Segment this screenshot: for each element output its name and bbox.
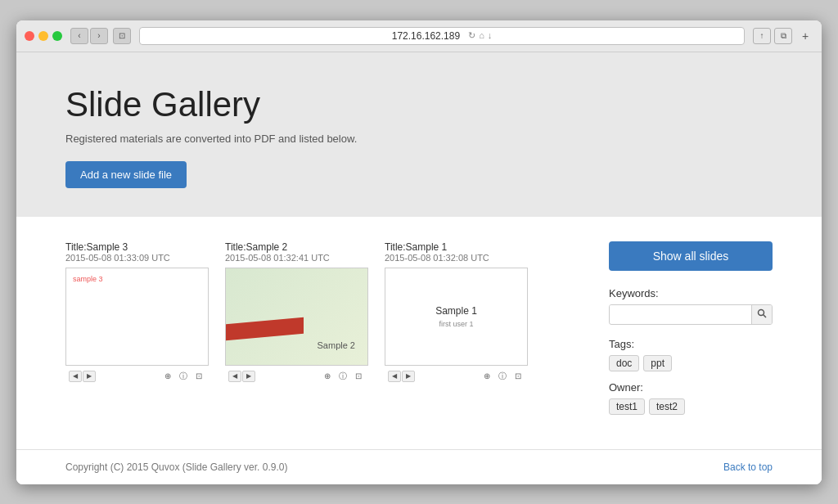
slide-prev-button[interactable]: ◀ <box>69 371 82 382</box>
slide-item: Title:Sample 2 2015-05-08 01:32:41 UTC S… <box>225 241 368 384</box>
slide-actions: ⊕ ⓘ ⊡ <box>321 371 365 382</box>
slide-title: Title:Sample 1 <box>385 241 528 253</box>
slide-decoration <box>226 317 304 340</box>
owner-section: Owner: test1 test2 <box>609 381 773 415</box>
slide-actions: ⊕ ⓘ ⊡ <box>480 371 525 382</box>
hero-section: Slide Gallery Registered materials are c… <box>16 52 822 217</box>
address-icons: ↻ ⌂ ↓ <box>468 30 492 41</box>
slide-controls: ◀ ▶ ⊕ ⓘ ⊡ <box>225 369 368 384</box>
zoom-in-icon[interactable]: ⊕ <box>161 371 174 382</box>
slide-title: Title:Sample 3 <box>65 241 209 253</box>
url-text: 172.16.162.189 <box>392 30 460 42</box>
keywords-section: Keywords: <box>609 287 773 325</box>
reload-icon[interactable]: ↻ <box>468 30 475 41</box>
info-icon[interactable]: ⓘ <box>336 371 349 382</box>
download-slide-icon[interactable]: ⊡ <box>192 371 205 382</box>
slide-next-button[interactable]: ▶ <box>83 371 96 382</box>
share-button[interactable]: ↑ <box>753 28 771 44</box>
page-title: Slide Gallery <box>65 85 773 124</box>
zoom-in-icon[interactable]: ⊕ <box>480 371 493 382</box>
slide-controls: ◀ ▶ ⊕ ⓘ ⊡ <box>65 369 209 384</box>
maximize-button[interactable] <box>52 31 62 41</box>
svg-line-1 <box>764 314 766 317</box>
slides-section: Title:Sample 3 2015-05-08 01:33:09 UTC s… <box>65 241 576 425</box>
slide-next-button[interactable]: ▶ <box>242 371 255 382</box>
zoom-in-icon[interactable]: ⊕ <box>321 371 334 382</box>
svg-point-0 <box>759 309 764 315</box>
slide-title: Title:Sample 2 <box>225 241 368 253</box>
close-button[interactable] <box>25 31 34 41</box>
slide-date: 2015-05-08 01:32:08 UTC <box>385 253 528 263</box>
slide-meta: Title:Sample 1 2015-05-08 01:32:08 UTC <box>385 241 528 263</box>
keywords-input-wrap <box>609 304 773 325</box>
search-icon <box>757 308 767 318</box>
home-icon[interactable]: ⌂ <box>479 30 484 41</box>
keywords-label: Keywords: <box>609 287 773 299</box>
main-area: Title:Sample 3 2015-05-08 01:33:09 UTC s… <box>16 217 822 449</box>
slides-grid: Title:Sample 3 2015-05-08 01:33:09 UTC s… <box>65 241 576 384</box>
slide-inner-sub: first user 1 <box>439 320 473 328</box>
back-to-top-link[interactable]: Back to top <box>723 461 773 473</box>
slide-item: Title:Sample 3 2015-05-08 01:33:09 UTC s… <box>65 241 209 384</box>
tag-ppt[interactable]: ppt <box>643 355 672 371</box>
owner-label: Owner: <box>609 381 773 394</box>
slide-content: Sample 2 <box>226 268 367 365</box>
nav-buttons: ‹ › <box>70 28 108 44</box>
download-slide-icon[interactable]: ⊡ <box>511 371 525 382</box>
tags-section: Tags: doc ppt <box>609 338 773 371</box>
tag-doc[interactable]: doc <box>609 355 639 371</box>
tags-label: Tags: <box>609 338 773 350</box>
slide-meta: Title:Sample 2 2015-05-08 01:32:41 UTC <box>225 241 368 263</box>
info-icon[interactable]: ⓘ <box>496 371 509 382</box>
page-content: Slide Gallery Registered materials are c… <box>16 52 822 484</box>
browser-chrome: ‹ › ⊡ 172.16.162.189 ↻ ⌂ ↓ ↑ ⧉ + <box>16 20 822 52</box>
slide-nav: ◀ ▶ <box>228 371 255 382</box>
add-slide-button[interactable]: Add a new slide file <box>65 161 187 188</box>
slide-inner-label: sample 3 <box>73 275 103 283</box>
reader-button[interactable]: ⊡ <box>113 28 131 44</box>
slide-thumbnail[interactable]: sample 3 <box>65 268 209 366</box>
slide-actions: ⊕ ⓘ ⊡ <box>161 371 205 382</box>
info-icon[interactable]: ⓘ <box>177 371 190 382</box>
tags-list: doc ppt <box>609 355 773 371</box>
slide-date: 2015-05-08 01:32:41 UTC <box>225 253 368 263</box>
slide-thumbnail[interactable]: Sample 2 <box>225 268 368 366</box>
newtab-button[interactable]: ⧉ <box>774 28 792 44</box>
slide-nav: ◀ ▶ <box>388 371 415 382</box>
forward-button[interactable]: › <box>90 28 108 44</box>
minimize-button[interactable] <box>38 31 48 41</box>
copyright-text: Copyright (C) 2015 Quvox (Slide Gallery … <box>65 461 287 473</box>
slide-item: Title:Sample 1 2015-05-08 01:32:08 UTC S… <box>385 241 528 384</box>
owner-test2[interactable]: test2 <box>649 398 685 415</box>
slide-thumbnail[interactable]: Sample 1 first user 1 <box>385 268 528 366</box>
owner-test1[interactable]: test1 <box>609 398 645 415</box>
footer: Copyright (C) 2015 Quvox (Slide Gallery … <box>16 449 822 484</box>
download-slide-icon[interactable]: ⊡ <box>352 371 365 382</box>
back-button[interactable]: ‹ <box>70 28 88 44</box>
plus-button[interactable]: + <box>797 28 813 44</box>
owners-list: test1 test2 <box>609 398 773 415</box>
show-all-slides-button[interactable]: Show all slides <box>609 241 773 271</box>
hero-subtitle: Registered materials are converted into … <box>65 133 773 145</box>
download-icon[interactable]: ↓ <box>488 30 493 41</box>
keywords-input[interactable] <box>610 305 751 323</box>
slide-meta: Title:Sample 3 2015-05-08 01:33:09 UTC <box>65 241 209 263</box>
sidebar: Show all slides Keywords: <box>609 241 773 425</box>
browser-window: ‹ › ⊡ 172.16.162.189 ↻ ⌂ ↓ ↑ ⧉ + Slide G… <box>16 20 822 484</box>
address-bar[interactable]: 172.16.162.189 ↻ ⌂ ↓ <box>139 27 745 45</box>
slide-controls: ◀ ▶ ⊕ ⓘ ⊡ <box>385 369 528 384</box>
traffic-lights <box>25 31 62 41</box>
slide-prev-button[interactable]: ◀ <box>228 371 241 382</box>
slide-next-button[interactable]: ▶ <box>402 371 415 382</box>
slide-nav: ◀ ▶ <box>69 371 96 382</box>
slide-prev-button[interactable]: ◀ <box>388 371 401 382</box>
slide-inner-label: Sample 1 <box>435 305 477 317</box>
slide-date: 2015-05-08 01:33:09 UTC <box>65 253 209 263</box>
slide-inner-label: Sample 2 <box>318 340 355 350</box>
browser-actions: ↑ ⧉ <box>753 28 792 44</box>
keywords-search-button[interactable] <box>751 305 772 324</box>
